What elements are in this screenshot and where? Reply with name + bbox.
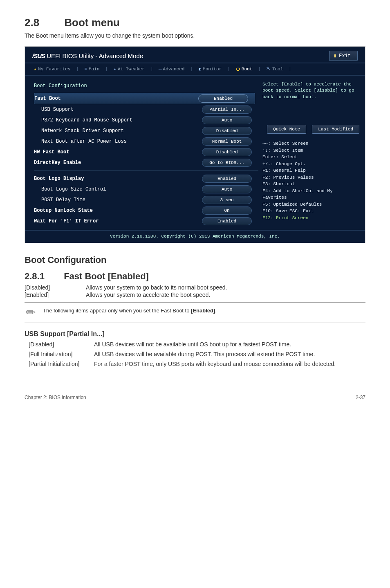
option-wait-f1[interactable]: Wait For 'F1' If Error Enabled [34, 216, 258, 227]
option-ps2-support[interactable]: PS/2 Keyboard and Mouse Support Auto [34, 115, 258, 126]
option-fast-boot[interactable]: Fast Boot Enabled [34, 93, 255, 104]
option-label: Boot Logo Size Control [34, 186, 106, 192]
pencil-icon: ✎ [22, 303, 40, 322]
option-logo-size[interactable]: Boot Logo Size Control Auto [34, 184, 258, 195]
legend-line: F10: Save ESC: Exit [262, 208, 359, 215]
last-modified-button[interactable]: Last Modified [312, 125, 359, 134]
row-key: [Full Initialization] [25, 351, 94, 357]
power-icon: ⏻ [236, 67, 240, 72]
option-value[interactable]: Auto [202, 116, 252, 124]
option-label: HW Fast Boot [34, 149, 69, 155]
tab-tweaker[interactable]: ✦Ai Tweaker [112, 66, 146, 72]
intro-text: The Boot menu items allow you to change … [25, 32, 365, 39]
fast-boot-heading: 2.8.1 Fast Boot [Enabled] [25, 271, 365, 282]
page-footer: Chapter 2: BIOS information 2-37 [25, 392, 365, 408]
key-legend: →←: Select Screen ↑↓: Select Item Enter:… [262, 140, 359, 221]
quick-note-button[interactable]: Quick Note [267, 125, 306, 134]
subsection-number: 2.8.1 [25, 271, 61, 282]
exit-label: Exit [339, 53, 351, 59]
bios-titlebar: /SUS UEFI BIOS Utility - Advanced Mode ▮… [25, 47, 365, 63]
legend-line: ↑↓: Select Item [262, 147, 359, 154]
option-label: Boot Logo Display [34, 176, 84, 182]
tab-main-label: Main [89, 67, 99, 72]
row-key: [Disabled] [25, 341, 94, 348]
option-numlock[interactable]: Bootup NumLock State On [34, 205, 258, 216]
section-number: 2.8 [25, 16, 61, 29]
tab-main[interactable]: ≡Main [83, 66, 101, 72]
option-directkey[interactable]: DirectKey Enable Go to BIOS... [34, 157, 258, 168]
tab-tweaker-label: Ai Tweaker [118, 67, 145, 72]
note-box: ✎ The following items appear only when y… [25, 302, 365, 323]
tab-advanced-label: Advanced [163, 67, 185, 72]
kv-enabled: [Enabled] Allows your system to accelera… [25, 292, 365, 298]
tab-separator: | [258, 67, 261, 72]
option-label: USB Support [34, 107, 74, 112]
subsection-title: Fast Boot [Enabled] [64, 271, 149, 281]
option-value[interactable]: Enabled [202, 217, 252, 225]
list-icon: ≡ [85, 67, 87, 72]
option-network-stack[interactable]: Network Stack Driver Support Disabled [34, 126, 258, 136]
row-disabled: [Disabled] All USB devices will not be a… [25, 341, 365, 348]
tab-advanced[interactable]: ▭Advanced [157, 66, 186, 72]
tool-icon: ⛏ [267, 67, 271, 72]
footer-right: 2-37 [356, 395, 365, 400]
note-post: . [215, 307, 217, 314]
tab-separator: | [76, 67, 79, 72]
option-value[interactable]: Disabled [202, 127, 252, 135]
option-label: Next Boot after AC Power Loss [34, 139, 127, 144]
tab-tool-label: Tool [272, 67, 283, 72]
kv-value: Allows your system to accelerate the boo… [86, 292, 365, 298]
boot-config-heading: Boot Configuration [25, 255, 365, 265]
tab-tool[interactable]: ⛏Tool [265, 66, 285, 72]
option-value[interactable]: Normal Boot [202, 137, 252, 146]
option-value[interactable]: Disabled [202, 148, 252, 156]
bios-help-panel: Select [Enable] to accelerate the boot s… [258, 76, 365, 230]
bios-options-panel: Boot Configuration Fast Boot Enabled USB… [25, 76, 258, 230]
option-value[interactable]: Auto [202, 185, 252, 193]
option-label: Wait For 'F1' If Error [34, 218, 99, 224]
option-value[interactable]: 3 sec [202, 196, 252, 204]
option-next-boot[interactable]: Next Boot after AC Power Loss Normal Boo… [34, 136, 258, 147]
legend-line: F3: Shortcut [262, 181, 359, 188]
tab-separator: | [150, 67, 153, 72]
row-value: All USB devices will not be available un… [94, 341, 365, 348]
option-label: Fast Boot [34, 96, 61, 101]
tab-boot-label: Boot [242, 67, 252, 72]
tab-favorites[interactable]: ★My Favorites [32, 66, 72, 72]
section-heading: 2.8 Boot menu [25, 16, 365, 29]
tab-monitor[interactable]: ◐Monitor [197, 66, 223, 72]
kv-disabled: [Disabled] Allows your system to go back… [25, 284, 365, 291]
monitor-icon: ◐ [199, 67, 201, 72]
note-text: The following items appear only when you… [43, 306, 217, 314]
kv-value: Allows your system to go back to its nor… [86, 284, 365, 291]
option-label: Network Stack Driver Support [34, 128, 124, 134]
option-value[interactable]: Go to BIOS... [202, 159, 252, 167]
footer-left: Chapter 2: BIOS information [25, 395, 86, 400]
option-value[interactable]: Partial In... [202, 105, 252, 114]
option-usb-support[interactable]: USB Support Partial In... [34, 104, 258, 115]
exit-icon: ▮ [334, 53, 336, 59]
usb-support-heading: USB Support [Partial In...] [25, 330, 365, 338]
divider [34, 171, 258, 171]
option-value[interactable]: On [202, 206, 252, 215]
legend-line: F2: Previous Values [262, 174, 359, 181]
option-logo-display[interactable]: Boot Logo Display Enabled [34, 173, 258, 184]
option-hw-fast-boot[interactable]: HW Fast Boot Disabled [34, 147, 258, 157]
exit-button[interactable]: ▮ Exit [329, 51, 358, 61]
tab-favorites-label: My Favorites [38, 67, 70, 72]
kv-key: [Disabled] [25, 284, 86, 291]
tab-separator: | [227, 67, 230, 72]
legend-line: F4: Add to ShortCut and My Favorites [262, 188, 359, 201]
option-label: PS/2 Keyboard and Mouse Support [34, 117, 132, 123]
option-label: Bootup NumLock State [34, 208, 93, 213]
option-value[interactable]: Enabled [198, 94, 248, 103]
option-post-delay[interactable]: POST Delay Time 3 sec [34, 195, 258, 205]
help-text: Select [Enable] to accelerate the boot s… [262, 81, 359, 100]
asus-logo-text: /SUS [32, 52, 45, 59]
tab-separator: | [190, 67, 193, 72]
legend-line: +/-: Change Opt. [262, 161, 359, 168]
option-value[interactable]: Enabled [202, 175, 252, 183]
tab-boot[interactable]: ⏻Boot [234, 66, 254, 72]
bios-tab-bar: ★My Favorites | ≡Main | ✦Ai Tweaker | ▭A… [25, 63, 365, 76]
tab-separator: | [105, 67, 108, 72]
